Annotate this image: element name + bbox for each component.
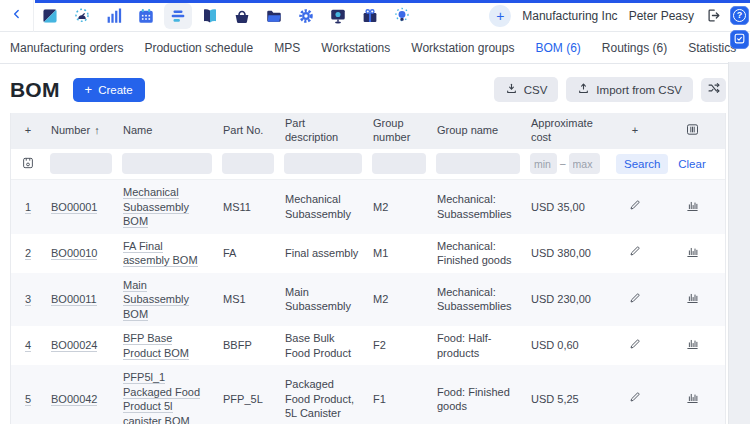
tab-manufacturing-orders[interactable]: Manufacturing orders bbox=[10, 41, 123, 55]
bom-name-link[interactable]: PFP5l_1 Packaged Food Product 5l caniste… bbox=[123, 371, 200, 424]
row-index-link[interactable]: 5 bbox=[25, 393, 31, 406]
header-name[interactable]: Name bbox=[117, 113, 217, 149]
bom-number-link[interactable]: BO00010 bbox=[51, 247, 97, 260]
approximate-cost-cell: USD 230,00 bbox=[525, 273, 611, 327]
bom-number-link[interactable]: BO00024 bbox=[51, 339, 97, 352]
add-row-header[interactable]: + bbox=[11, 113, 45, 149]
filter-cost-max-input[interactable] bbox=[569, 153, 600, 174]
collapse-menu-button[interactable] bbox=[0, 0, 34, 32]
dashboard-gauge-icon bbox=[68, 3, 96, 29]
csv-export-button[interactable]: CSV bbox=[494, 77, 559, 102]
folder-icon bbox=[260, 3, 288, 29]
edit-icon[interactable] bbox=[628, 390, 642, 404]
part-no-cell: BBFP bbox=[217, 326, 279, 365]
statistics-icon[interactable] bbox=[685, 390, 700, 405]
filter-group-number-input[interactable] bbox=[372, 153, 426, 174]
quick-add-button[interactable]: + bbox=[489, 5, 511, 27]
edit-icon[interactable] bbox=[628, 291, 642, 305]
search-button[interactable]: Search bbox=[616, 154, 668, 174]
header-part-no[interactable]: Part No. bbox=[217, 113, 279, 149]
edit-icon[interactable] bbox=[628, 244, 642, 258]
shuffle-view-button[interactable] bbox=[701, 78, 726, 102]
nav-stock[interactable] bbox=[194, 0, 226, 32]
calendar-icon bbox=[132, 3, 160, 29]
header-part-description[interactable]: Part description bbox=[279, 113, 367, 149]
filter-part-description-input[interactable] bbox=[284, 153, 362, 174]
edit-icon[interactable] bbox=[628, 337, 642, 351]
nav-documents[interactable] bbox=[258, 0, 290, 32]
logout-button[interactable] bbox=[705, 7, 722, 24]
part-description-cell: Packaged Food Product, 5L Canister bbox=[279, 365, 367, 424]
group-name-cell: Food: Finished goods bbox=[431, 365, 525, 424]
edit-icon[interactable] bbox=[628, 198, 642, 212]
filter-number-input[interactable] bbox=[50, 153, 112, 174]
module-tabs: Manufacturing orders Production schedule… bbox=[0, 32, 728, 64]
help-button[interactable]: ? bbox=[730, 6, 749, 25]
clear-filters-link[interactable]: Clear bbox=[678, 158, 705, 170]
gantt-icon bbox=[164, 3, 192, 29]
group-number-cell: M1 bbox=[367, 234, 431, 273]
columns-icon bbox=[685, 127, 700, 139]
book-icon bbox=[196, 3, 224, 29]
row-index-link[interactable]: 1 bbox=[25, 201, 31, 214]
tab-workstations[interactable]: Workstations bbox=[321, 41, 390, 55]
header-approximate-cost[interactable]: Approximate cost bbox=[525, 113, 611, 149]
part-description-cell: Base Bulk Food Product bbox=[279, 326, 367, 365]
statistics-icon[interactable] bbox=[685, 198, 700, 213]
sort-asc-icon: ↑ bbox=[94, 124, 100, 136]
filter-part-no-input[interactable] bbox=[222, 153, 274, 174]
row-index-link[interactable]: 3 bbox=[25, 293, 31, 306]
header-group-name[interactable]: Group name bbox=[431, 113, 525, 149]
bom-number-link[interactable]: BO00011 bbox=[51, 293, 97, 306]
page-title: BOM bbox=[10, 78, 60, 102]
bom-name-link[interactable]: Mechanical Subassembly BOM bbox=[123, 186, 189, 228]
approximate-cost-cell: USD 0,60 bbox=[525, 326, 611, 365]
row-index-link[interactable]: 4 bbox=[25, 339, 31, 352]
nav-production-planning[interactable] bbox=[162, 0, 194, 32]
filter-name-input[interactable] bbox=[122, 153, 212, 174]
add-column-header[interactable]: + bbox=[611, 113, 659, 149]
create-button[interactable]: + Create bbox=[73, 78, 145, 102]
part-description-cell: Main Subassembly bbox=[279, 273, 367, 327]
statistics-icon[interactable] bbox=[685, 336, 700, 351]
columns-settings-header[interactable] bbox=[659, 113, 725, 149]
bom-name-link[interactable]: BFP Base Product BOM bbox=[123, 332, 189, 360]
filter-cost-min-input[interactable] bbox=[530, 153, 557, 174]
save-filter-icon[interactable] bbox=[21, 156, 35, 170]
company-name[interactable]: Manufacturing Inc bbox=[522, 9, 617, 23]
part-no-cell: PFP_5L bbox=[217, 365, 279, 424]
tab-bom[interactable]: BOM (6) bbox=[535, 41, 580, 55]
statistics-icon[interactable] bbox=[685, 290, 700, 305]
gift-icon bbox=[356, 3, 384, 29]
nav-settings[interactable] bbox=[290, 0, 322, 32]
user-name[interactable]: Peter Peasy bbox=[629, 9, 694, 23]
bom-number-link[interactable]: BO00042 bbox=[51, 393, 97, 406]
tasks-button[interactable] bbox=[730, 30, 749, 49]
statistics-icon[interactable] bbox=[685, 244, 700, 259]
filter-group-name-input[interactable] bbox=[436, 153, 520, 174]
nav-tips[interactable] bbox=[386, 0, 418, 32]
tab-mps[interactable]: MPS bbox=[274, 41, 300, 55]
logo-icon bbox=[36, 3, 64, 29]
tab-routings[interactable]: Routings (6) bbox=[602, 41, 667, 55]
nav-calendar[interactable] bbox=[130, 0, 162, 32]
nav-dashboard[interactable] bbox=[66, 0, 98, 32]
header-number[interactable]: Number↑ bbox=[45, 113, 117, 149]
bom-name-link[interactable]: FA Final assembly BOM bbox=[123, 240, 198, 268]
header-group-number[interactable]: Group number bbox=[367, 113, 431, 149]
table-row: 4 BO00024 BFP Base Product BOM BBFP Base… bbox=[11, 326, 725, 365]
nav-procurement[interactable] bbox=[226, 0, 258, 32]
nav-add-ons[interactable] bbox=[354, 0, 386, 32]
row-index-link[interactable]: 2 bbox=[25, 247, 31, 260]
approximate-cost-cell: USD 5,25 bbox=[525, 365, 611, 424]
bom-name-link[interactable]: Main Subassembly BOM bbox=[123, 279, 189, 321]
import-csv-button[interactable]: Import from CSV bbox=[566, 77, 693, 102]
nav-demo[interactable] bbox=[322, 0, 354, 32]
tab-workstation-groups[interactable]: Workstation groups bbox=[411, 41, 514, 55]
gear-icon bbox=[292, 3, 320, 29]
page-header: BOM + Create CSV Import from CSV bbox=[0, 64, 750, 113]
nav-logo[interactable] bbox=[34, 0, 66, 32]
nav-statistics[interactable] bbox=[98, 0, 130, 32]
tab-production-schedule[interactable]: Production schedule bbox=[144, 41, 253, 55]
bom-number-link[interactable]: BO00001 bbox=[51, 201, 97, 214]
